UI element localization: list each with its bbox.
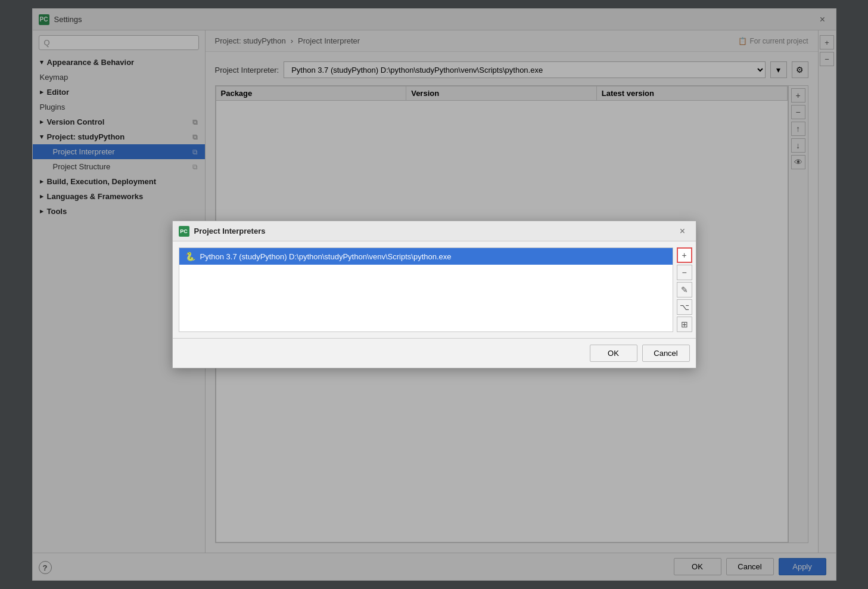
- modal-overlay: PC Project Interpreters × 🐍 Python 3.7 (…: [33, 9, 836, 580]
- modal-filter-button[interactable]: ⌥: [677, 299, 692, 315]
- settings-window: PC Settings × Q ▾ Appearance & Behavior …: [32, 8, 836, 581]
- modal-body: 🐍 Python 3.7 (studyPython) D:\python\stu…: [173, 241, 696, 338]
- modal-bottom-bar: OK Cancel: [173, 338, 696, 368]
- modal-title: Project Interpreters: [194, 227, 676, 235]
- interpreter-list-item[interactable]: 🐍 Python 3.7 (studyPython) D:\python\stu…: [179, 248, 673, 265]
- modal-title-bar: PC Project Interpreters ×: [173, 221, 696, 241]
- modal-remove-button[interactable]: −: [677, 265, 692, 280]
- modal-ok-button[interactable]: OK: [590, 345, 637, 362]
- modal-interpreter-list: 🐍 Python 3.7 (studyPython) D:\python\stu…: [179, 247, 673, 332]
- modal-cancel-button[interactable]: Cancel: [642, 345, 690, 362]
- python-icon: 🐍: [185, 252, 195, 261]
- modal-add-button[interactable]: +: [677, 247, 692, 263]
- project-interpreters-dialog: PC Project Interpreters × 🐍 Python 3.7 (…: [172, 221, 696, 368]
- modal-close-button[interactable]: ×: [676, 224, 690, 238]
- modal-app-icon: PC: [179, 226, 189, 237]
- modal-edit-button[interactable]: ✎: [677, 282, 692, 297]
- modal-tree-button[interactable]: ⊞: [677, 317, 692, 332]
- modal-toolbar: + − ✎ ⌥ ⊞: [673, 241, 696, 338]
- interpreter-entry-label: Python 3.7 (studyPython) D:\python\study…: [200, 252, 452, 261]
